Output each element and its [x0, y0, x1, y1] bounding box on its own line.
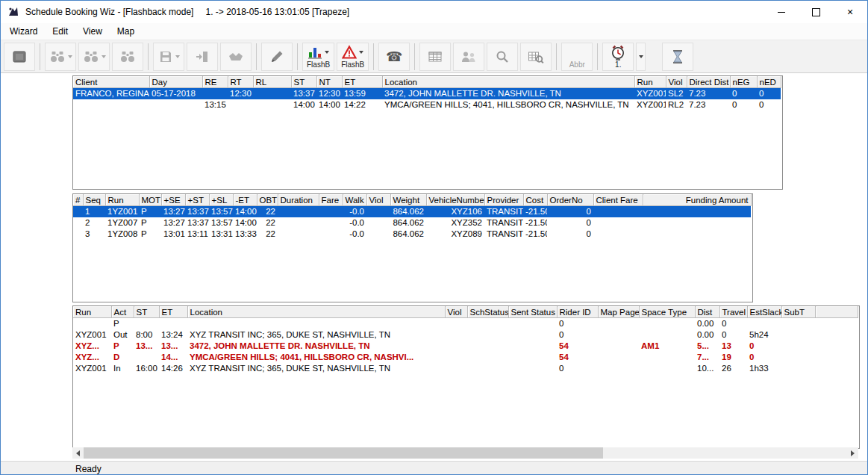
table-row[interactable]: 11YZ001P13:2713:3713:5714:0022-0.0864.06… [73, 206, 751, 218]
column-header-seq[interactable]: Seq [83, 194, 105, 206]
table-cell: P [111, 341, 134, 352]
exit-button[interactable] [187, 43, 218, 71]
column-header-rl[interactable]: RL [253, 76, 291, 88]
table-row[interactable]: XYZ...D14...YMCA/GREEN HILLS; 4041, HILL… [73, 352, 858, 363]
table-cell: 05-17-2018 [149, 88, 202, 100]
table-cell: P [111, 318, 134, 330]
column-header-dist[interactable]: Dist [695, 306, 719, 318]
column-header-act[interactable]: Act [111, 306, 134, 318]
column-header-subt[interactable]: SubT [781, 306, 815, 318]
column-header-nt[interactable]: NT [316, 76, 342, 88]
riders-button[interactable] [453, 43, 484, 71]
column-header-orderno[interactable]: OrderNo [547, 194, 593, 206]
column-header-map-page[interactable]: Map Page [598, 306, 639, 318]
column-header-walk[interactable]: Walk [343, 194, 366, 206]
table-row[interactable]: 31YZ008P13:0113:1113:3113:3322-0.0864.06… [73, 229, 751, 240]
flashback-violations-button[interactable]: FlashB [337, 43, 369, 71]
table-cell: 22 [257, 229, 278, 240]
column-header-st[interactable]: ST [134, 306, 159, 318]
column-header-space-type[interactable]: Space Type [639, 306, 695, 318]
column-header-day[interactable]: Day [149, 76, 202, 88]
column-header-run[interactable]: Run [73, 306, 111, 318]
column-header-run[interactable]: Run [634, 76, 666, 88]
flashback-chart-button[interactable]: FlashB [302, 43, 334, 71]
hourglass-button[interactable] [662, 43, 693, 71]
toolbar-separator [148, 43, 149, 70]
column-header-location[interactable]: Location [382, 76, 634, 88]
table-row[interactable]: XYZ001In16:0014:26XYZ TRANSIT INC; 365, … [73, 363, 858, 374]
flashback-time-button[interactable]: 1. [602, 43, 634, 71]
column-header-et[interactable]: ET [159, 306, 187, 318]
scroll-right-button[interactable] [847, 447, 858, 459]
column-header-direct-dist[interactable]: Direct Dist [687, 76, 730, 88]
column-header-re[interactable]: RE [202, 76, 228, 88]
column-header-viol[interactable]: Viol [366, 194, 390, 206]
column-header-location[interactable]: Location [187, 306, 445, 318]
column-header-client[interactable]: Client [73, 76, 149, 88]
column-header-st[interactable]: ST [291, 76, 316, 88]
column-header-estslack[interactable]: EstSlack [747, 306, 781, 318]
column-header-viol[interactable]: Viol [445, 306, 467, 318]
scrollbar-thumb[interactable] [84, 447, 603, 459]
column-header--et[interactable]: -ET [233, 194, 257, 206]
column-header-ned[interactable]: nED [757, 76, 781, 88]
table-row[interactable]: XYZ...P13...13...3472, JOHN MALLETTE DR.… [73, 341, 858, 352]
find-client-button[interactable] [45, 43, 76, 71]
flashb-label: FlashB [307, 60, 330, 69]
column-header--sl[interactable]: +SL [209, 194, 233, 206]
menu-edit[interactable]: Edit [45, 24, 75, 39]
phone-button[interactable]: ☎ [378, 43, 410, 71]
maximize-button[interactable] [799, 1, 833, 23]
column-header--se[interactable]: +SE [161, 194, 185, 206]
flashback-time-dropdown[interactable] [636, 43, 646, 71]
column-header-client-fare[interactable]: Client Fare [593, 194, 643, 206]
column-header-obt[interactable]: OBT [257, 194, 278, 206]
column-header-fare[interactable]: Fare [319, 194, 343, 206]
column-header-rider-id[interactable]: Rider ID [557, 306, 598, 318]
column-header-funding-amount[interactable]: Funding Amount [643, 194, 751, 206]
column-header-vehiclenumber[interactable]: VehicleNumber [426, 194, 484, 206]
find-booking-button[interactable] [78, 43, 110, 71]
menu-map[interactable]: Map [110, 24, 142, 39]
table-cell: 10... [695, 363, 719, 374]
schedule-grid-button[interactable] [419, 43, 451, 71]
column-header-neg[interactable]: nEG [730, 76, 757, 88]
column-header-travel[interactable]: Travel [719, 306, 747, 318]
column-header-mot[interactable]: MOT [139, 194, 161, 206]
column-header-weight[interactable]: Weight [390, 194, 426, 206]
scroll-left-button[interactable] [72, 447, 84, 459]
edit-button[interactable] [261, 43, 293, 71]
table-row[interactable]: P00.000 [73, 318, 858, 330]
application-window: { "window": { "title1": "Schedule Bookin… [0, 0, 868, 475]
titlebar[interactable]: Schedule Booking Wiz - [Flashback mode] … [1, 1, 867, 23]
wizard-page-button[interactable] [4, 43, 35, 71]
horizontal-scrollbar[interactable] [72, 447, 858, 459]
find-button[interactable] [112, 43, 143, 71]
column-header-rt[interactable]: RT [228, 76, 253, 88]
column-header-duration[interactable]: Duration [278, 194, 319, 206]
minimize-button[interactable] [764, 1, 799, 23]
menu-wizard[interactable]: Wizard [2, 24, 45, 39]
abbr-button[interactable]: Abbr [561, 43, 593, 71]
table-row[interactable]: FRANCO, REGINA05-17-201812:3013:3712:301… [73, 88, 781, 100]
table-cell [467, 318, 508, 330]
confirm-button[interactable] [220, 43, 252, 71]
column-header--st[interactable]: +ST [185, 194, 209, 206]
table-row[interactable]: 13:1514:0014:0014:22YMCA/GREEN HILLS; 40… [73, 99, 781, 111]
column-header-sent-status[interactable]: Sent Status [508, 306, 557, 318]
column-header-provider[interactable]: Provider [484, 194, 523, 206]
column-header-viol[interactable]: Viol [666, 76, 687, 88]
save-button[interactable] [153, 43, 184, 71]
column-header-schstatus[interactable]: SchStatus [467, 306, 508, 318]
zoom-button[interactable] [487, 43, 518, 71]
column-header--[interactable]: # [73, 194, 83, 206]
column-header-et[interactable]: ET [342, 76, 382, 88]
scrollbar-track[interactable] [84, 447, 847, 459]
table-row[interactable]: XYZ001Out8:0013:24XYZ TRANSIT INC; 365, … [73, 329, 858, 341]
table-row[interactable]: 21YZ007P13:2713:3713:5714:0022-0.0864.06… [73, 217, 751, 229]
column-header-cost[interactable]: Cost [523, 194, 547, 206]
map-grid-button[interactable] [520, 43, 552, 71]
column-header-run[interactable]: Run [105, 194, 139, 206]
close-button[interactable]: × [833, 1, 867, 23]
menu-view[interactable]: View [75, 24, 110, 39]
